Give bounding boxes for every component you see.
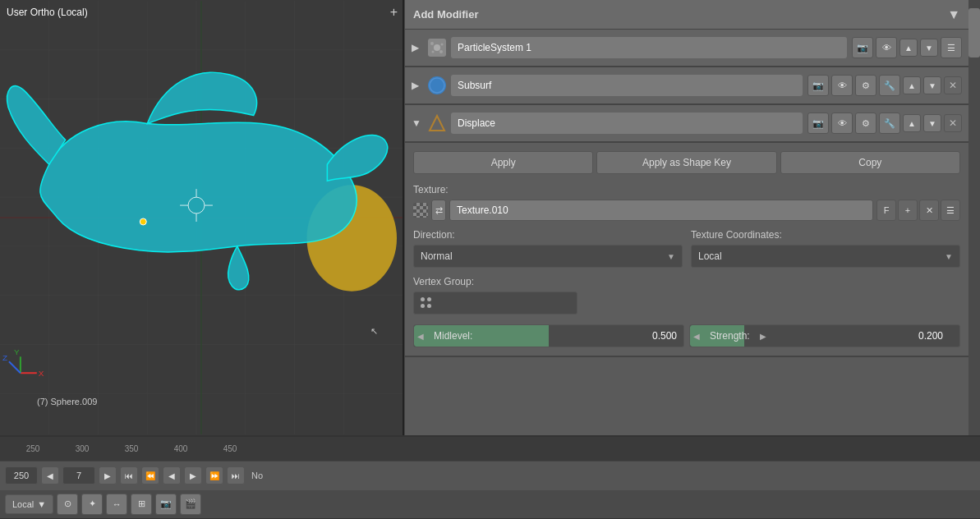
vertex-group-field[interactable] (413, 292, 577, 315)
direction-group: Direction: Normal ▼ (413, 229, 683, 268)
strength-arrow-right[interactable]: ▶ (757, 332, 770, 341)
copy-button[interactable]: Copy (780, 151, 960, 174)
midlevel-slider[interactable]: ◀ Midlevel: 0.500 (413, 324, 684, 347)
midlevel-value: 0.500 (652, 330, 677, 342)
texture-coords-arrow-icon: ▼ (945, 252, 953, 261)
displace-name-input[interactable] (451, 113, 803, 134)
strength-slider[interactable]: ◀ Strength: 0.200 ▶ (689, 324, 960, 347)
vertex-group-row: Vertex Group: (413, 276, 960, 315)
particle-up-btn[interactable]: ▲ (899, 39, 918, 57)
displace-close-btn[interactable]: ✕ (944, 114, 962, 132)
properties-panel: Add Modifier ▼ ▶ 📷 (404, 0, 968, 435)
subsurf-name-input[interactable] (451, 75, 803, 96)
scrollbar-track[interactable] (968, 0, 980, 435)
apply-shape-key-button[interactable]: Apply as Shape Key (596, 151, 776, 174)
particle-expand-btn[interactable]: ▶ (412, 42, 423, 53)
svg-point-32 (441, 44, 444, 46)
viewport[interactable]: User Ortho (Local) + (0, 0, 404, 435)
displace-eye-btn[interactable]: 👁 (831, 113, 853, 134)
svg-point-33 (432, 51, 435, 53)
frame-start-input[interactable]: 250 (5, 466, 38, 485)
subsurf-extra1-btn[interactable]: ⚙ (855, 75, 876, 96)
scrollbar-thumb[interactable] (968, 8, 980, 57)
render-btn[interactable]: 🎬 (180, 494, 201, 515)
bottom-toolbar: 250 300 350 400 450 250 ◀ 7 ▶ ⏮ ⏪ ◀ ▶ ⏩ … (0, 435, 980, 519)
play-reverse-btn[interactable]: ◀ (163, 466, 181, 485)
texture-dropdown[interactable]: Texture.010 (449, 200, 873, 221)
strength-value: 0.200 (918, 330, 943, 342)
slider-row: ◀ Midlevel: 0.500 ◀ Strength: 0.200 ▶ (413, 324, 960, 347)
texture-add-btn[interactable]: + (898, 200, 918, 221)
subsurf-expand-btn[interactable]: ▶ (412, 80, 423, 91)
jump-end-btn[interactable]: ⏭ (227, 466, 245, 485)
displace-extra1-btn[interactable]: ⚙ (855, 113, 876, 134)
next-frame-btn[interactable]: ▶ (99, 466, 117, 485)
particle-name-input[interactable] (451, 37, 847, 58)
texture-swap-btn[interactable]: ⇄ (431, 200, 446, 221)
pan-btn[interactable]: ✦ (81, 494, 103, 515)
particle-down-btn[interactable]: ▼ (920, 39, 938, 57)
midlevel-arrow-left[interactable]: ◀ (414, 332, 427, 341)
particle-icon (428, 39, 446, 57)
ruler-mark-400: 400 (156, 444, 205, 453)
prev-frame-btn[interactable]: ◀ (41, 466, 59, 485)
svg-text:Z: Z (2, 353, 7, 362)
texture-name: Texture.010 (457, 204, 508, 216)
midlevel-label: Midlevel: (427, 330, 479, 342)
prev-keyframe-btn[interactable]: ⏪ (141, 466, 159, 485)
subsurf-down-btn[interactable]: ▼ (923, 76, 941, 94)
view-mode-dropdown[interactable]: Local ▼ (5, 494, 53, 514)
modifier-subsurf: ▶ 📷 👁 ⚙ 🔧 ▲ ▼ ✕ (405, 67, 968, 105)
particle-menu-btn[interactable]: ☰ (941, 37, 962, 58)
panel-header-title: Add Modifier (413, 8, 478, 21)
direction-dropdown[interactable]: Normal ▼ (413, 245, 683, 268)
ruler-marks: 250 300 350 400 450 (8, 444, 972, 453)
texture-row: ⇄ Texture.010 F + ✕ ☰ (413, 200, 960, 221)
ruler-mark-450: 450 (205, 444, 255, 453)
panel-header: Add Modifier ▼ (405, 0, 968, 30)
texture-f-btn[interactable]: F (876, 200, 896, 221)
camera-btn[interactable]: 📷 (155, 494, 177, 515)
displace-content: Apply Apply as Shape Key Copy Texture: ⇄… (405, 143, 968, 357)
texture-remove-btn[interactable]: ✕ (919, 200, 939, 221)
displace-render-btn[interactable]: 📷 (807, 113, 829, 134)
panel-header-arrow[interactable]: ▼ (947, 7, 960, 22)
particle-eye-btn[interactable]: 👁 (876, 37, 897, 58)
play-btn[interactable]: ▶ (184, 466, 202, 485)
svg-point-30 (434, 44, 440, 51)
subsurf-render-btn[interactable]: 📷 (807, 75, 829, 96)
viewport-plus-btn[interactable]: + (390, 5, 398, 20)
vertex-group-label: Vertex Group: (413, 276, 960, 287)
apply-button[interactable]: Apply (413, 151, 593, 174)
no-label: No (251, 471, 263, 480)
texture-coords-dropdown[interactable]: Local ▼ (691, 245, 960, 268)
particle-render-btn[interactable]: 📷 (852, 37, 873, 58)
svg-point-35 (430, 78, 444, 93)
subsurf-close-btn[interactable]: ✕ (944, 76, 962, 94)
viewport-canvas: X Y Z (0, 0, 403, 435)
zoom-btn[interactable]: ↔ (106, 494, 127, 515)
texture-action-btns: F + ✕ ☰ (876, 200, 960, 221)
displace-up-btn[interactable]: ▲ (903, 114, 921, 132)
texture-coords-value: Local (698, 250, 722, 262)
svg-line-28 (9, 361, 21, 373)
displace-extra2-btn[interactable]: 🔧 (879, 113, 900, 134)
displace-expand-btn[interactable]: ▼ (412, 117, 423, 129)
ruler-mark-300: 300 (58, 444, 107, 453)
orbit-btn[interactable]: ⊙ (57, 494, 78, 515)
displace-down-btn[interactable]: ▼ (923, 114, 941, 132)
strength-arrow-left[interactable]: ◀ (690, 332, 703, 341)
modifier-particle: ▶ 📷 👁 ▲ ▼ ☰ (405, 30, 968, 67)
next-keyframe-btn[interactable]: ⏩ (205, 466, 223, 485)
texture-menu-btn[interactable]: ☰ (941, 200, 960, 221)
subsurf-eye-btn[interactable]: 👁 (831, 75, 853, 96)
snap-btn[interactable]: ⊞ (131, 494, 152, 515)
frame-current-input[interactable]: 7 (62, 466, 95, 485)
viewport-toolbar: Local ▼ ⊙ ✦ ↔ ⊞ 📷 🎬 (0, 490, 980, 519)
subsurf-up-btn[interactable]: ▲ (903, 76, 921, 94)
object-label: (7) Sphere.009 (37, 397, 97, 406)
subsurf-extra2-btn[interactable]: 🔧 (879, 75, 900, 96)
ruler-mark-250: 250 (8, 444, 58, 453)
jump-start-btn[interactable]: ⏮ (120, 466, 138, 485)
texture-label: Texture: (413, 184, 960, 195)
